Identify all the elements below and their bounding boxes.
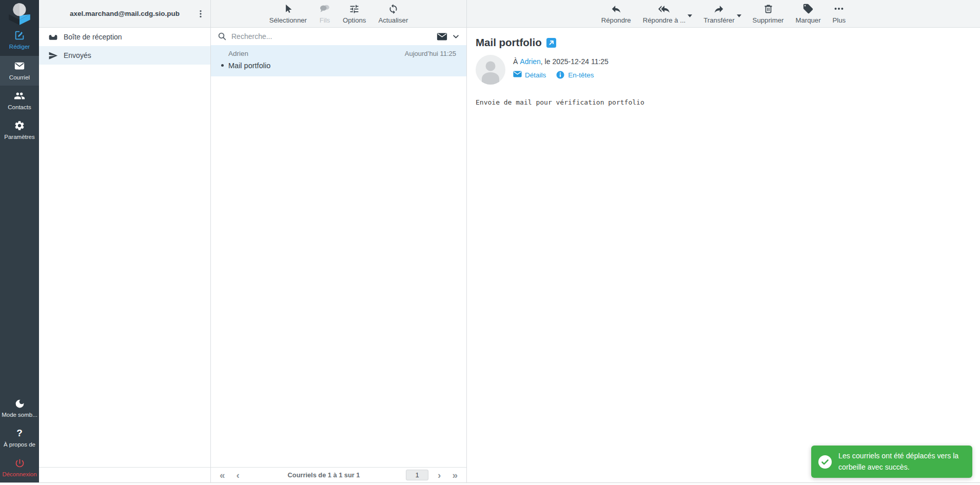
search-input[interactable] (231, 32, 432, 41)
folder-options-button[interactable] (194, 7, 207, 21)
pagination-summary: Courriels de 1 à 1 sur 1 (249, 471, 399, 479)
message-list-row[interactable]: Adrien Aujourd’hui 11:25 Mail portfolio (211, 45, 466, 76)
select-button[interactable]: Sélectionner (269, 3, 307, 24)
folder-item-sent[interactable]: Envoyés (39, 46, 210, 65)
reply-button[interactable]: Répondre (601, 3, 631, 24)
sidebar-item-about[interactable]: ? À propos de (0, 423, 39, 453)
chevron-down-icon[interactable] (452, 33, 460, 41)
message-date-text: , le 2025-12-24 11:25 (541, 57, 609, 66)
sidebar-item-contacts[interactable]: Contacts (0, 86, 39, 115)
more-button[interactable]: Plus (833, 3, 846, 24)
recipient-line: ÀAdrien, le 2025-12-24 11:25 (513, 57, 609, 66)
info-icon (556, 71, 565, 79)
list-empty-area (211, 76, 466, 467)
sidebar-item-label: Rédiger (9, 44, 30, 50)
search-scope-envelope-icon[interactable] (437, 32, 447, 41)
folder-label: Boîte de réception (64, 33, 122, 41)
folder-label: Envoyés (64, 51, 91, 59)
forward-icon (713, 3, 724, 14)
headers-link[interactable]: En-têtes (556, 71, 594, 79)
pagination-bar: « ‹ Courriels de 1 à 1 sur 1 › » (211, 467, 466, 482)
folder-item-inbox[interactable]: Boîte de réception (39, 28, 210, 46)
folders-footer (39, 467, 210, 482)
refresh-icon (387, 3, 399, 14)
sidebar-item-label: Contacts (8, 104, 31, 110)
sidebar-item-label: Courriel (9, 74, 30, 80)
sidebar-item-label: Déconnexion (2, 471, 36, 477)
gear-icon (14, 120, 25, 131)
delete-button[interactable]: Supprimer (753, 3, 784, 24)
kebab-menu-icon (195, 9, 206, 19)
folders-empty-area (39, 65, 210, 467)
sidebar-top-section: Rédiger (0, 0, 39, 56)
message-toolbar: Répondre Répondre à ... (467, 0, 980, 28)
message-date: Aujourd’hui 11:25 (405, 50, 456, 57)
last-page-button[interactable]: » (450, 470, 460, 480)
window-bottom-strip (0, 482, 980, 485)
forward-button[interactable]: Transférer (703, 3, 734, 24)
power-icon (14, 457, 25, 469)
sidebar-item-settings[interactable]: Paramètres (0, 115, 39, 145)
dropdown-caret-icon[interactable] (688, 11, 692, 19)
sidebar-item-label: Paramètres (4, 134, 34, 140)
inbox-icon (48, 32, 58, 42)
ellipsis-icon (833, 3, 845, 14)
sidebar-item-dark-mode[interactable]: Mode somb... (0, 393, 39, 423)
message-subject: Mail portfolio (228, 62, 270, 70)
sidebar-item-mail[interactable]: Courriel (0, 56, 39, 86)
sidebar-item-compose[interactable]: Rédiger (0, 29, 39, 55)
success-toast[interactable]: Les courriels ont été déplacés vers la c… (811, 446, 972, 478)
mark-button[interactable]: Marquer (795, 3, 820, 24)
message-view-pane: Répondre Répondre à ... (467, 0, 980, 482)
prev-page-button[interactable]: ‹ (234, 470, 242, 480)
message-body: Envoie de mail pour vérification portfol… (476, 98, 971, 106)
question-mark-icon: ? (14, 428, 25, 439)
reply-icon (611, 3, 622, 14)
contacts-icon (14, 90, 25, 102)
reply-all-button[interactable]: Répondre à ... (643, 3, 686, 24)
envelope-icon (14, 60, 25, 72)
task-sidebar: Rédiger Courriel Contacts (0, 0, 39, 482)
sidebar-item-label: Mode somb... (2, 412, 37, 418)
open-in-new-window-icon[interactable] (546, 38, 556, 48)
sidebar-item-label: À propos de (4, 441, 35, 448)
to-prefix: À (513, 57, 518, 66)
check-circle-icon (818, 455, 832, 469)
message-title: Mail portfolio (476, 36, 542, 49)
avatar (476, 55, 505, 85)
sidebar-item-logout[interactable]: Déconnexion (0, 453, 39, 482)
next-page-button[interactable]: › (436, 470, 443, 480)
details-link[interactable]: Détails (513, 71, 546, 79)
refresh-button[interactable]: Actualiser (378, 3, 408, 24)
search-icon (218, 32, 227, 41)
account-header: axel.marchand@mail.cdg.sio.pub (39, 0, 210, 28)
message-list-pane: Sélectionner Fils (210, 0, 467, 482)
unread-dot-and-subject: Mail portfolio (228, 61, 456, 70)
folders-pane: axel.marchand@mail.cdg.sio.pub Boîte de … (39, 0, 210, 482)
first-page-button[interactable]: « (218, 470, 227, 480)
dropdown-caret-icon[interactable] (737, 11, 741, 19)
list-toolbar: Sélectionner Fils (211, 0, 466, 28)
roundcube-logo-icon (0, 0, 39, 29)
cursor-icon (282, 3, 293, 14)
page-number-input[interactable] (406, 470, 428, 480)
message-content: Mail portfolio ÀAdrien, le 2025-12 (467, 28, 980, 482)
message-sender: Adrien (228, 50, 248, 57)
account-email: axel.marchand@mail.cdg.sio.pub (70, 10, 180, 17)
paper-plane-icon (48, 51, 58, 60)
reply-all-icon (658, 3, 670, 14)
sidebar-spacer (0, 145, 39, 393)
recipient-link[interactable]: Adrien (520, 57, 540, 66)
moon-icon (14, 398, 25, 409)
message-header: ÀAdrien, le 2025-12-24 11:25 Détails (476, 55, 971, 85)
toast-message: Les courriels ont été déplacés vers la c… (838, 451, 965, 473)
chat-bubbles-icon (319, 3, 330, 14)
search-bar (211, 28, 466, 45)
envelope-icon (513, 71, 522, 79)
sliders-icon (349, 3, 360, 14)
compose-icon (14, 30, 25, 41)
trash-icon (762, 3, 774, 14)
webmail-app: Rédiger Courriel Contacts (0, 0, 980, 482)
options-button[interactable]: Options (343, 3, 366, 24)
threads-button[interactable]: Fils (319, 3, 330, 24)
